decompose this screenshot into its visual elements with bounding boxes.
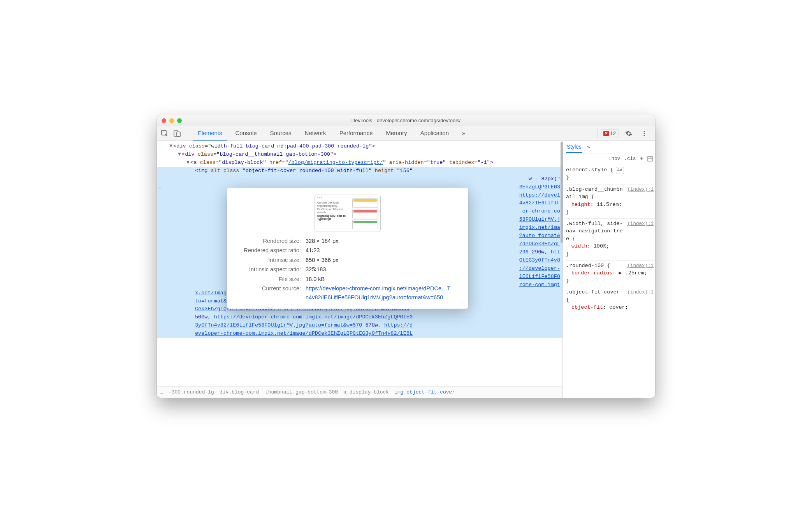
- breadcrumb-item[interactable]: div.blog-card__thumbnail.gap-bottom-300: [220, 389, 338, 395]
- elements-panel: ⋯ ▼<div class="width-full blog-card md:p…: [157, 141, 562, 398]
- tab-memory[interactable]: Memory: [381, 126, 412, 141]
- style-rule[interactable]: .object-fit-cover {(index):1object-fit: …: [565, 287, 655, 314]
- styles-tab-more-icon[interactable]: »: [587, 144, 590, 150]
- style-rule[interactable]: .width-full, side-nav navigation-tree {(…: [565, 219, 655, 261]
- tab-network[interactable]: Network: [300, 126, 331, 141]
- rule-source[interactable]: (index):1: [626, 262, 654, 269]
- gutter-ellipsis-icon: ⋯: [158, 184, 161, 193]
- rule-source[interactable]: (index):1: [626, 289, 654, 296]
- tab-performance[interactable]: Performance: [335, 126, 378, 141]
- style-rule[interactable]: .blog-card__thumbnail img {(index):1heig…: [565, 184, 655, 219]
- new-rule-icon[interactable]: +: [640, 155, 643, 162]
- tab-application[interactable]: Application: [416, 126, 453, 141]
- toolbar-right: ✕ 12: [601, 128, 653, 139]
- breadcrumb: … -300.rounded-lg div.blog-card__thumbna…: [157, 386, 562, 398]
- image-hover-tooltip: Chrome DevTools engineering blog DevTool…: [227, 188, 468, 309]
- dom-node[interactable]: ▼<div class="width-full blog-card md:pad…: [161, 142, 560, 151]
- toolbar: Elements Console Sources Network Perform…: [157, 126, 655, 141]
- styles-tabs: Styles »: [563, 141, 655, 153]
- dom-node-selected: <img alt class="object-fit-cover rounded…: [161, 167, 560, 175]
- hov-button[interactable]: :hov: [608, 156, 620, 162]
- error-icon: ✕: [603, 131, 609, 136]
- declaration[interactable]: border-radius: ▶ .25rem;: [566, 269, 654, 277]
- window-titlebar: DevTools - developer.chrome.com/tags/dev…: [157, 115, 655, 126]
- breadcrumb-item-selected[interactable]: img.object-fit-cover: [394, 389, 455, 395]
- tooltip-row: Rendered size:328 × 184 px: [236, 237, 460, 245]
- styles-panel: Styles » :hov .cls + element.style {AA}.…: [562, 141, 655, 398]
- rule-source[interactable]: (index):1: [626, 186, 654, 193]
- svg-rect-2: [177, 132, 180, 137]
- thumb-title: Chrome DevTools engineering blog: [317, 201, 350, 208]
- inspect-element-icon[interactable]: [159, 128, 170, 139]
- panel-body: ⋯ ▼<div class="width-full blog-card md:p…: [157, 141, 655, 398]
- scrollbar[interactable]: [561, 142, 563, 243]
- layout-icon[interactable]: [647, 156, 653, 162]
- svg-point-5: [644, 135, 645, 136]
- breadcrumb-more[interactable]: …: [160, 389, 163, 395]
- dom-node[interactable]: ▼<a class="display-block" href="/blog/mi…: [161, 159, 560, 167]
- device-toggle-icon[interactable]: [172, 128, 183, 139]
- tab-console[interactable]: Console: [231, 126, 262, 141]
- font-size-icon[interactable]: AA: [616, 167, 624, 174]
- tab-elements[interactable]: Elements: [193, 126, 227, 141]
- style-rule[interactable]: element.style {AA}: [565, 165, 655, 184]
- tab-sources[interactable]: Sources: [265, 126, 296, 141]
- dom-tree[interactable]: ⋯ ▼<div class="width-full blog-card md:p…: [157, 141, 562, 386]
- devtools-window: DevTools - developer.chrome.com/tags/dev…: [157, 115, 655, 398]
- style-rule[interactable]: .rounded-100 {(index):1border-radius: ▶ …: [565, 261, 655, 288]
- tooltip-row: Current source:https://developer-chrome-…: [236, 284, 460, 302]
- breadcrumb-item[interactable]: a.display-block: [343, 389, 389, 395]
- rule-source[interactable]: (index):1: [626, 220, 654, 227]
- svg-point-4: [644, 133, 645, 134]
- tooltip-thumbnail: Chrome DevTools engineering blog DevTool…: [315, 195, 381, 232]
- error-count: 12: [610, 130, 616, 136]
- separator: [186, 129, 186, 138]
- tooltip-row: Rendered aspect ratio:41∶23: [236, 246, 460, 255]
- minimize-icon[interactable]: [169, 118, 174, 123]
- cls-button[interactable]: .cls: [624, 156, 636, 162]
- tooltip-row: File size:18.0 kB: [236, 275, 460, 283]
- window-title: DevTools - developer.chrome.com/tags/dev…: [157, 118, 655, 123]
- error-badge[interactable]: ✕ 12: [601, 129, 619, 137]
- kebab-menu-icon[interactable]: [639, 128, 650, 139]
- declaration[interactable]: object-fit: cover;: [566, 304, 654, 311]
- tab-strip: Elements Console Sources Network Perform…: [193, 126, 594, 141]
- traffic-lights: [157, 118, 182, 123]
- declaration[interactable]: height: 11.5rem;: [566, 201, 654, 209]
- breadcrumb-item[interactable]: -300.rounded-lg: [169, 389, 214, 395]
- thumb-sub: DevTools architecture refresh:: [317, 208, 350, 214]
- maximize-icon[interactable]: [177, 118, 182, 123]
- svg-point-3: [644, 131, 645, 132]
- declaration[interactable]: width: 100%;: [566, 242, 654, 250]
- tooltip-row: Intrinsic aspect ratio:325∶183: [236, 265, 460, 274]
- styles-toolbar: :hov .cls +: [563, 153, 655, 164]
- thumb-main: Migrating DevTools to Typescript: [317, 214, 346, 220]
- tooltip-row: Intrinsic size:650 × 366 px: [236, 256, 460, 264]
- styles-tab[interactable]: Styles: [566, 141, 582, 153]
- settings-icon[interactable]: [623, 128, 634, 139]
- close-icon[interactable]: [162, 118, 166, 123]
- separator: [597, 129, 598, 138]
- dom-node[interactable]: ▼<div class="blog-card__thumbnail gap-bo…: [161, 151, 560, 159]
- tab-more-icon[interactable]: »: [457, 126, 470, 141]
- styles-list: element.style {AA}.blog-card__thumbnail …: [563, 164, 655, 398]
